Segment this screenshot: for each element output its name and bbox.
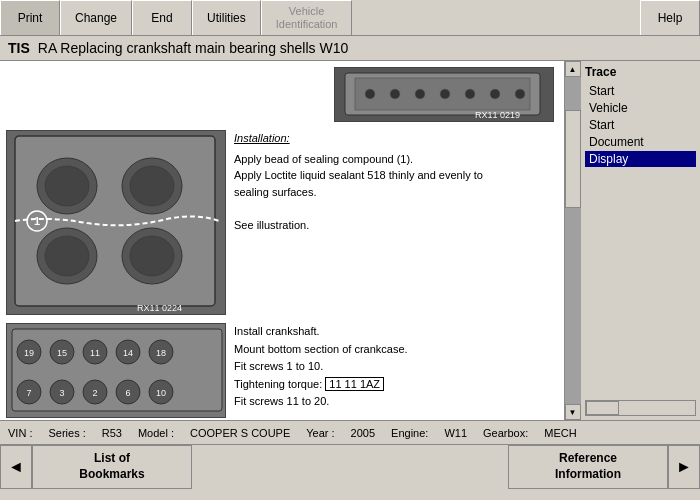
svg-point-14 bbox=[45, 166, 89, 206]
image-middle: 1 RX11 0224 bbox=[6, 130, 226, 315]
gearbox-value: MECH bbox=[544, 427, 576, 439]
page-title: RA Replacing crankshaft main bearing she… bbox=[38, 40, 349, 56]
status-bar: VIN : Series : R53 Model : COOPER S COUP… bbox=[0, 421, 700, 445]
menu-print[interactable]: Print bbox=[0, 0, 60, 35]
trace-item-start2[interactable]: Start bbox=[585, 117, 696, 133]
trace-panel: Trace Start Vehicle Start Document Displ… bbox=[580, 61, 700, 420]
svg-text:3: 3 bbox=[59, 388, 64, 398]
svg-text:6: 6 bbox=[125, 388, 130, 398]
engine-label: Engine: bbox=[391, 427, 428, 439]
svg-point-3 bbox=[365, 89, 375, 99]
svg-point-20 bbox=[130, 236, 174, 276]
crank-line-3: Fit screws 1 to 10. bbox=[234, 358, 558, 376]
model-label: Model : bbox=[138, 427, 174, 439]
menu-end[interactable]: End bbox=[132, 0, 192, 35]
svg-text:14: 14 bbox=[123, 348, 133, 358]
title-bar: TIS RA Replacing crankshaft main bearing… bbox=[0, 36, 700, 61]
series-label: Series : bbox=[48, 427, 85, 439]
install-line-3: sealing surfaces. bbox=[234, 184, 558, 201]
scroll-thumb[interactable] bbox=[565, 110, 581, 208]
engine-value: W11 bbox=[444, 427, 467, 439]
nav-prev-button[interactable]: ◄ bbox=[0, 445, 32, 489]
doc-scroll[interactable]: RX11 0219 bbox=[0, 61, 564, 420]
installation-heading: Installation: bbox=[234, 130, 558, 147]
crankshaft-section: 19 15 11 14 18 7 3 bbox=[6, 323, 558, 418]
crank-line-4: Tightening torque: 11 11 1AZ bbox=[234, 376, 558, 394]
trace-list: Start Vehicle Start Document Display bbox=[585, 83, 696, 396]
svg-point-9 bbox=[515, 89, 525, 99]
crank-line-2: Mount bottom section of crankcase. bbox=[234, 341, 558, 359]
app-name: TIS bbox=[8, 40, 30, 56]
year-label: Year : bbox=[306, 427, 334, 439]
image-bottom: 19 15 11 14 18 7 3 bbox=[6, 323, 226, 418]
svg-text:18: 18 bbox=[156, 348, 166, 358]
svg-text:7: 7 bbox=[26, 388, 31, 398]
doc-area: RX11 0219 bbox=[0, 61, 564, 420]
install-line-2: Apply Loctite liquid sealant 518 thinly … bbox=[234, 167, 558, 184]
menu-spacer bbox=[352, 0, 640, 35]
svg-point-18 bbox=[45, 236, 89, 276]
crank-line-1: Install crankshaft. bbox=[234, 323, 558, 341]
menu-bar: Print Change End Utilities VehicleIdenti… bbox=[0, 0, 700, 36]
trace-item-vehicle[interactable]: Vehicle bbox=[585, 100, 696, 116]
torque-value: 11 11 1AZ bbox=[325, 377, 384, 391]
trace-item-document[interactable]: Document bbox=[585, 134, 696, 150]
nav-next-button[interactable]: ► bbox=[668, 445, 700, 489]
installation-text: Installation: Apply bead of sealing comp… bbox=[234, 130, 558, 233]
svg-text:10: 10 bbox=[156, 388, 166, 398]
trace-item-start1[interactable]: Start bbox=[585, 83, 696, 99]
svg-text:2: 2 bbox=[92, 388, 97, 398]
menu-vehicle-id: VehicleIdentification bbox=[261, 0, 353, 35]
svg-text:19: 19 bbox=[24, 348, 34, 358]
svg-text:RX11 0219: RX11 0219 bbox=[475, 110, 520, 120]
scroll-track[interactable] bbox=[565, 77, 581, 404]
main-content: RX11 0219 bbox=[0, 61, 700, 421]
svg-point-4 bbox=[390, 89, 400, 99]
svg-text:1: 1 bbox=[34, 215, 40, 227]
image-top: RX11 0219 bbox=[334, 67, 554, 122]
series-value: R53 bbox=[102, 427, 122, 439]
svg-point-16 bbox=[130, 166, 174, 206]
installation-section: 1 RX11 0224 Installation: Apply bead of … bbox=[6, 130, 558, 315]
bottom-toolbar: ◄ List ofBookmarks ReferenceInformation … bbox=[0, 445, 700, 489]
svg-rect-25 bbox=[12, 329, 222, 411]
svg-rect-12 bbox=[15, 136, 215, 306]
scroll-down-btn[interactable]: ▼ bbox=[565, 404, 581, 420]
menu-utilities[interactable]: Utilities bbox=[192, 0, 261, 35]
scroll-up-btn[interactable]: ▲ bbox=[565, 61, 581, 77]
svg-text:11: 11 bbox=[90, 348, 100, 358]
svg-text:15: 15 bbox=[57, 348, 67, 358]
svg-text:RX11 0224: RX11 0224 bbox=[137, 303, 182, 313]
model-value: COOPER S COUPE bbox=[190, 427, 290, 439]
gearbox-label: Gearbox: bbox=[483, 427, 528, 439]
menu-help[interactable]: Help bbox=[640, 0, 700, 35]
trace-title: Trace bbox=[585, 65, 696, 79]
crank-line-5: Fit screws 11 to 20. bbox=[234, 393, 558, 411]
svg-point-7 bbox=[465, 89, 475, 99]
year-value: 2005 bbox=[351, 427, 375, 439]
svg-point-6 bbox=[440, 89, 450, 99]
bookmarks-button[interactable]: List ofBookmarks bbox=[32, 445, 192, 489]
vin-label: VIN : bbox=[8, 427, 32, 439]
doc-scrollbar[interactable]: ▲ ▼ bbox=[564, 61, 580, 420]
install-line-1: Apply bead of sealing compound (1). bbox=[234, 151, 558, 168]
svg-point-5 bbox=[415, 89, 425, 99]
crankshaft-text: Install crankshaft. Mount bottom section… bbox=[234, 323, 558, 411]
trace-item-display[interactable]: Display bbox=[585, 151, 696, 167]
install-see: See illustration. bbox=[234, 217, 558, 234]
menu-change[interactable]: Change bbox=[60, 0, 132, 35]
svg-point-8 bbox=[490, 89, 500, 99]
reference-button[interactable]: ReferenceInformation bbox=[508, 445, 668, 489]
